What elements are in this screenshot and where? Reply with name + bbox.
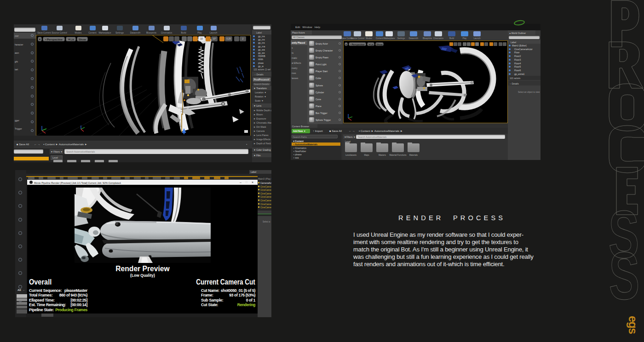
- svg-text:S: S: [609, 238, 640, 314]
